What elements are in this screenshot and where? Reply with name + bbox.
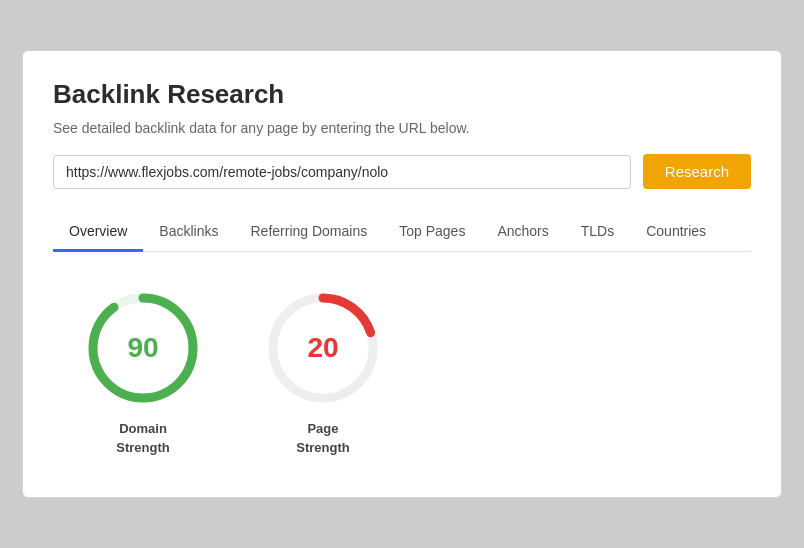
circle-page-strength: 20 (263, 288, 383, 408)
url-row: Research (53, 154, 751, 189)
tab-referring-domains[interactable]: Referring Domains (235, 213, 384, 252)
metric-label-domain-strength: DomainStrength (116, 420, 169, 456)
page-title: Backlink Research (53, 79, 751, 110)
metric-domain-strength: 90 DomainStrength (83, 288, 203, 456)
tab-top-pages[interactable]: Top Pages (383, 213, 481, 252)
metric-label-page-strength: PageStrength (296, 420, 349, 456)
tabs-bar: OverviewBacklinksReferring DomainsTop Pa… (53, 213, 751, 252)
main-card: Backlink Research See detailed backlink … (22, 50, 782, 497)
metrics-row: 90 DomainStrength 20 PageStrength (53, 288, 751, 456)
tab-overview[interactable]: Overview (53, 213, 143, 252)
tab-countries[interactable]: Countries (630, 213, 722, 252)
subtitle: See detailed backlink data for any page … (53, 120, 751, 136)
metric-value-page-strength: 20 (307, 332, 338, 364)
tab-anchors[interactable]: Anchors (481, 213, 564, 252)
tab-backlinks[interactable]: Backlinks (143, 213, 234, 252)
research-button[interactable]: Research (643, 154, 751, 189)
metric-page-strength: 20 PageStrength (263, 288, 383, 456)
url-input[interactable] (53, 155, 631, 189)
metric-value-domain-strength: 90 (127, 332, 158, 364)
tab-tlds[interactable]: TLDs (565, 213, 630, 252)
circle-domain-strength: 90 (83, 288, 203, 408)
